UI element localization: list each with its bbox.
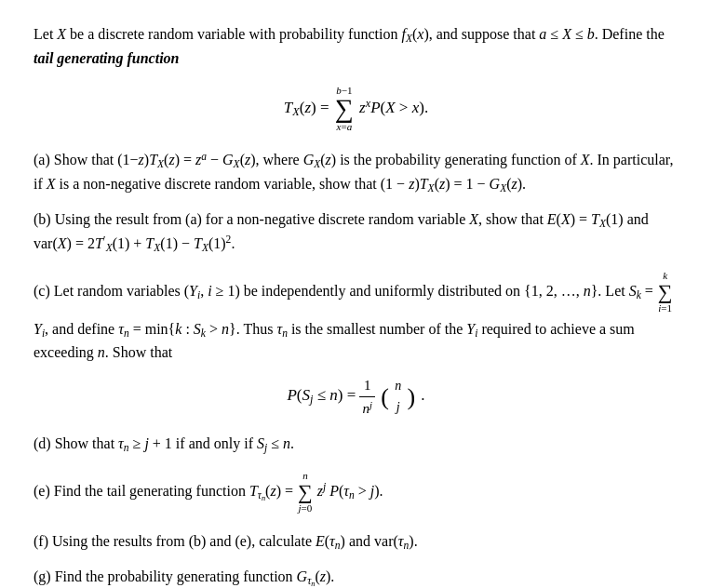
part-b: (b) Using the result from (a) for a non-… <box>34 207 678 255</box>
part-a-label: (a) <box>34 152 50 167</box>
part-f: (f) Using the results from (b) and (e), … <box>34 529 678 554</box>
main-content: Let X be a discrete random variable with… <box>34 22 678 588</box>
part-d: (d) Show that τn ≥ j + 1 if and only if … <box>34 432 678 456</box>
part-a: (a) Show that (1−z)TX(z) = za − GX(z), w… <box>34 148 678 195</box>
part-e-label: (e) <box>34 483 50 499</box>
part-e: (e) Find the tail generating function Tτ… <box>34 468 678 517</box>
part-b-label: (b) <box>34 211 51 227</box>
part-c: (c) Let random variables (Yi, i ≥ 1) be … <box>34 268 678 420</box>
main-formula: TX(z) = b−1 ∑ x=a zxP(X > x). <box>34 83 678 135</box>
definition-term: tail generating function <box>34 50 179 66</box>
part-d-label: (d) <box>34 435 51 451</box>
part-g: (g) Find the probability generating func… <box>34 565 678 588</box>
part-g-label: (g) <box>34 568 51 584</box>
part-c-label: (c) <box>34 283 50 299</box>
intro-paragraph: Let X be a discrete random variable with… <box>34 22 678 70</box>
part-f-label: (f) <box>34 533 48 549</box>
part-c-formula: P(Sj ≤ n) = 1 nj ( n j ) . <box>34 374 678 420</box>
